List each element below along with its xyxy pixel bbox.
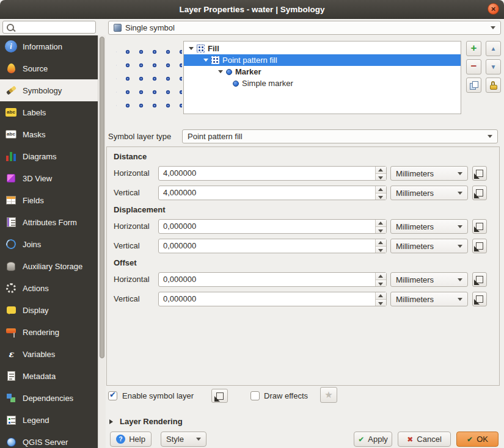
sidebar-item-masks[interactable]: Masks <box>0 123 98 145</box>
spin-up-button[interactable] <box>376 167 386 174</box>
help-button[interactable]: Help <box>110 432 152 447</box>
info-icon <box>5 40 17 52</box>
displacement-horizontal-input[interactable]: 0,000000 <box>158 219 387 234</box>
enable-layer-override-button[interactable] <box>211 389 228 403</box>
distance-vertical-unit-combo[interactable]: Millimeters <box>390 186 468 200</box>
apply-button[interactable]: Apply <box>354 432 392 447</box>
symbol-layer-type-combo[interactable]: Point pattern fill <box>182 129 498 143</box>
displacement-vertical-override-button[interactable] <box>472 239 487 253</box>
sidebar-item-dependencies[interactable]: Dependencies <box>0 387 98 409</box>
spin-down-button[interactable] <box>376 300 386 306</box>
enable-symbol-layer-checkbox[interactable] <box>108 391 117 400</box>
spin-buttons <box>375 273 386 286</box>
sidebar-item-display[interactable]: Display <box>0 299 98 321</box>
spin-up-button[interactable] <box>376 292 386 300</box>
sidebar-item-metadata[interactable]: Metadata <box>0 365 98 387</box>
displacement-vertical-unit-combo[interactable]: Millimeters <box>390 239 468 253</box>
sidebar-item-source[interactable]: Source <box>0 57 98 79</box>
sidebar-item-variables[interactable]: Variables <box>0 343 98 365</box>
symbol-tree-item[interactable]: Fill <box>184 43 461 54</box>
sidebar-item-rendering[interactable]: Rendering <box>0 321 98 343</box>
offset-vertical-override-button[interactable] <box>472 292 487 306</box>
ok-button[interactable]: OK <box>456 432 499 447</box>
displacement-vertical-input[interactable]: 0,000000 <box>158 239 387 253</box>
displacement-horizontal-unit-combo[interactable]: Millimeters <box>390 219 468 234</box>
distance-horizontal-input[interactable]: 4,000000 <box>158 166 387 181</box>
symbol-tree-item-label: Simple marker <box>242 79 293 88</box>
fields-table-icon <box>5 194 17 206</box>
sidebar-item-3d-view[interactable]: 3D View <box>0 167 98 189</box>
storage-icon <box>5 260 17 272</box>
move-up-button[interactable]: ▲ <box>486 41 501 56</box>
sidebar-item-attributes-form[interactable]: Attributes Form <box>0 211 98 233</box>
sidebar-item-auxiliary-storage[interactable]: Auxiliary Storage <box>0 255 98 277</box>
draw-effects-checkbox[interactable] <box>250 391 260 400</box>
marker-icon <box>233 81 239 87</box>
actions-gear-icon <box>5 282 17 294</box>
remove-symbol-layer-button[interactable]: − <box>466 59 481 74</box>
expander-icon[interactable] <box>189 47 194 52</box>
sidebar-scrollbar[interactable] <box>98 35 106 448</box>
expander-icon[interactable] <box>218 70 223 76</box>
distance-vertical-override-button[interactable] <box>472 186 487 200</box>
metadata-document-icon <box>5 370 17 382</box>
close-button[interactable]: × <box>488 3 499 15</box>
layer-rendering-section[interactable]: Layer Rendering <box>109 417 183 426</box>
offset-horizontal-override-button[interactable] <box>472 272 487 287</box>
star-icon <box>324 389 332 400</box>
chevron-down-icon <box>458 298 462 303</box>
help-label: Help <box>129 435 145 444</box>
duplicate-symbol-layer-button[interactable] <box>466 78 481 93</box>
distance-vertical-input[interactable]: 4,000000 <box>158 186 387 200</box>
cancel-button[interactable]: Cancel <box>398 432 451 447</box>
marker-icon <box>226 69 232 75</box>
add-symbol-layer-button[interactable]: + <box>466 41 481 56</box>
lock-color-button[interactable] <box>486 78 501 93</box>
offset-horizontal-unit-combo[interactable]: Millimeters <box>390 272 468 287</box>
offset-vertical-unit-combo[interactable]: Millimeters <box>390 292 468 306</box>
spin-up-button[interactable] <box>376 239 386 247</box>
symbol-tree-item[interactable]: Simple marker <box>184 78 461 89</box>
sidebar-item-qgis-server[interactable]: QGIS Server <box>0 431 98 448</box>
spin-down-button[interactable] <box>376 247 386 253</box>
sidebar-item-symbology[interactable]: Symbology <box>0 79 98 101</box>
renderer-combo[interactable]: Single symbol <box>108 21 501 35</box>
spin-down-button[interactable] <box>376 280 386 287</box>
spin-down-button[interactable] <box>376 193 386 200</box>
expander-icon[interactable] <box>203 59 208 64</box>
spin-down-button[interactable] <box>376 227 386 234</box>
symbol-tree-item[interactable]: Point pattern fill <box>184 54 461 66</box>
spin-up-button[interactable] <box>376 273 386 280</box>
symbol-tree-item[interactable]: Marker <box>184 66 461 78</box>
search-input[interactable] <box>2 21 96 34</box>
search-icon <box>7 24 14 31</box>
chevron-down-icon <box>491 26 495 32</box>
style-button[interactable]: Style <box>161 432 206 447</box>
spin-up-button[interactable] <box>376 186 386 193</box>
sidebar-item-labels[interactable]: Labels <box>0 101 98 123</box>
sidebar-item-legend[interactable]: Legend <box>0 409 98 431</box>
effects-options-button[interactable] <box>320 387 337 403</box>
titlebar[interactable]: Layer Properties - water | Symbology × <box>0 0 504 19</box>
field-label: Horizontal <box>114 168 150 178</box>
source-icon <box>5 62 17 74</box>
offset-vertical-input[interactable]: 0,000000 <box>158 292 387 306</box>
sidebar-item-label: 3D View <box>23 174 52 183</box>
sidebar-item-fields[interactable]: Fields <box>0 189 98 211</box>
move-down-button[interactable]: ▼ <box>486 59 501 74</box>
spin-up-button[interactable] <box>376 220 386 227</box>
field-label: Vertical <box>114 241 140 250</box>
spin-buttons <box>375 292 386 306</box>
sidebar-item-diagrams[interactable]: Diagrams <box>0 145 98 167</box>
sidebar-item-actions[interactable]: Actions <box>0 277 98 299</box>
scrollbar-thumb[interactable] <box>100 37 104 358</box>
sidebar-item-joins[interactable]: Joins <box>0 233 98 255</box>
spin-down-button[interactable] <box>376 174 386 181</box>
check-icon <box>467 435 473 444</box>
distance-horizontal-unit-combo[interactable]: Millimeters <box>390 166 468 181</box>
layer-properties-dialog: Layer Properties - water | Symbology × I… <box>0 0 504 448</box>
sidebar-item-information[interactable]: Information <box>0 35 98 57</box>
displacement-horizontal-override-button[interactable] <box>472 219 487 234</box>
offset-horizontal-input[interactable]: 0,000000 <box>158 272 387 287</box>
distance-horizontal-override-button[interactable] <box>472 166 487 181</box>
